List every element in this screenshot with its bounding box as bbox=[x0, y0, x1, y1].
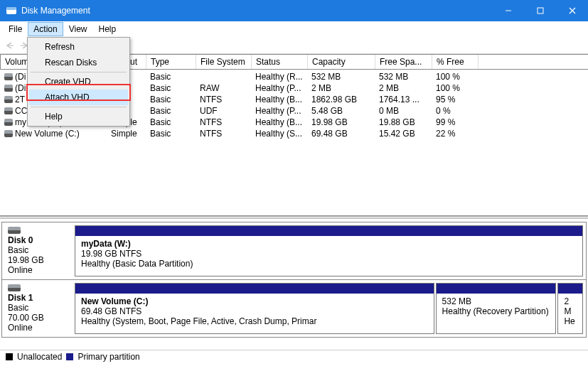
partition-name: myData (W:) bbox=[81, 239, 577, 249]
drive-icon bbox=[4, 96, 13, 103]
cell: 1764.13 ... bbox=[375, 94, 432, 105]
col-status[interactable]: Status bbox=[252, 55, 308, 69]
drive-icon bbox=[4, 85, 13, 92]
close-button[interactable] bbox=[556, 0, 588, 21]
cell: Healthy (B... bbox=[251, 94, 307, 105]
cell: 0 MB bbox=[375, 105, 432, 117]
partition[interactable]: 2 MHe bbox=[557, 283, 583, 334]
legend: Unallocated Primary partition bbox=[0, 350, 588, 362]
cell: 0 % bbox=[432, 105, 478, 117]
legend-unallocated-swatch bbox=[6, 353, 13, 360]
action-menu-attach-vhd[interactable]: Attach VHD bbox=[29, 90, 128, 105]
menu-bar: File Action View Help bbox=[0, 21, 588, 37]
partition-size: 2 M bbox=[564, 296, 577, 316]
partition-colorbar bbox=[437, 284, 556, 294]
cell: Basic bbox=[146, 128, 196, 139]
cell: 2 MB bbox=[307, 82, 375, 94]
partition[interactable]: 532 MBHealthy (Recovery Partition) bbox=[436, 283, 557, 334]
cell: 100 % bbox=[432, 82, 478, 94]
cell: Basic bbox=[146, 117, 196, 128]
disk-status: Online bbox=[8, 323, 33, 333]
menu-separator bbox=[31, 72, 127, 72]
cell bbox=[196, 71, 251, 82]
partition-colorbar bbox=[75, 226, 582, 236]
partition-colorbar bbox=[75, 284, 434, 294]
disk-type: Basic bbox=[8, 303, 28, 313]
menu-view[interactable]: View bbox=[63, 22, 93, 36]
cell: 15.42 GB bbox=[375, 128, 432, 139]
window-title: Disk Management bbox=[21, 6, 90, 16]
partition-name: New Volume (C:) bbox=[81, 296, 428, 306]
volume-row[interactable]: New Volume (C:)SimpleBasicNTFSHealthy (S… bbox=[0, 128, 588, 139]
nav-back-button[interactable] bbox=[3, 38, 17, 53]
cell: UDF bbox=[196, 105, 251, 117]
drive-icon bbox=[4, 130, 13, 137]
cell: 99 % bbox=[432, 117, 478, 128]
cell: Healthy (R... bbox=[251, 71, 307, 82]
action-menu-help[interactable]: Help bbox=[29, 109, 128, 124]
drive-icon bbox=[4, 73, 13, 80]
disk-header[interactable]: Disk 1Basic70.00 GBOnline bbox=[2, 280, 73, 337]
maximize-button[interactable] bbox=[524, 0, 556, 21]
cell: Healthy (P... bbox=[251, 82, 307, 94]
cell: Basic bbox=[146, 105, 196, 117]
cell: 532 MB bbox=[375, 71, 432, 82]
disk-icon bbox=[8, 227, 21, 234]
partition-info: 532 MBHealthy (Recovery Partition) bbox=[437, 294, 556, 319]
title-bar: Disk Management bbox=[0, 0, 588, 21]
col-capacity[interactable]: Capacity bbox=[308, 55, 375, 69]
cell: 22 % bbox=[432, 128, 478, 139]
cell: 100 % bbox=[432, 71, 478, 82]
cell: 95 % bbox=[432, 94, 478, 105]
partition[interactable]: myData (W:)19.98 GB NTFSHealthy (Basic D… bbox=[75, 225, 583, 276]
minimize-button[interactable] bbox=[492, 0, 524, 21]
cell: 5.48 GB bbox=[307, 105, 375, 117]
disk-header[interactable]: Disk 0Basic19.98 GBOnline bbox=[2, 222, 73, 279]
cell: 1862.98 GB bbox=[307, 94, 375, 105]
legend-primary-label: Primary partition bbox=[77, 352, 139, 362]
disk-size: 70.00 GB bbox=[8, 313, 44, 323]
cell: Basic bbox=[146, 94, 196, 105]
app-icon bbox=[6, 5, 17, 16]
col-type[interactable]: Type bbox=[146, 55, 196, 69]
col-filesystem[interactable]: File System bbox=[196, 55, 252, 69]
disk-icon bbox=[8, 284, 21, 291]
menu-help[interactable]: Help bbox=[93, 22, 122, 36]
cell: 532 MB bbox=[307, 71, 375, 82]
partition-status: He bbox=[564, 316, 577, 326]
window-controls bbox=[492, 0, 588, 21]
disk-partitions: myData (W:)19.98 GB NTFSHealthy (Basic D… bbox=[73, 222, 586, 279]
partition-status: Healthy (System, Boot, Page File, Active… bbox=[81, 316, 428, 326]
disk-row: Disk 0Basic19.98 GBOnlinemyData (W:)19.9… bbox=[1, 222, 587, 280]
drive-icon bbox=[4, 107, 13, 114]
disk-name: Disk 0 bbox=[8, 235, 33, 245]
cell: NTFS bbox=[196, 94, 251, 105]
cell: RAW bbox=[196, 82, 251, 94]
disk-row: Disk 1Basic70.00 GBOnlineNew Volume (C:)… bbox=[1, 279, 587, 338]
partition-info: 2 MHe bbox=[558, 294, 582, 329]
cell: Basic bbox=[146, 71, 196, 82]
cell: Healthy (S... bbox=[251, 128, 307, 139]
partition-info: myData (W:)19.98 GB NTFSHealthy (Basic D… bbox=[75, 236, 582, 272]
cell: 2 MB bbox=[375, 82, 432, 94]
legend-primary-swatch bbox=[66, 353, 73, 360]
action-menu-refresh[interactable]: Refresh bbox=[29, 39, 128, 55]
partition[interactable]: New Volume (C:)69.48 GB NTFSHealthy (Sys… bbox=[75, 283, 434, 334]
col-pctfree[interactable]: % Free bbox=[432, 55, 479, 69]
disk-partitions: New Volume (C:)69.48 GB NTFSHealthy (Sys… bbox=[73, 280, 586, 337]
col-freespace[interactable]: Free Spa... bbox=[375, 55, 432, 69]
partition-size: 532 MB bbox=[442, 296, 550, 306]
cell: NTFS bbox=[196, 117, 251, 128]
partition-status: Healthy (Recovery Partition) bbox=[442, 306, 550, 316]
partition-status: Healthy (Basic Data Partition) bbox=[81, 259, 577, 269]
disk-status: Online bbox=[8, 265, 33, 275]
legend-unallocated-label: Unallocated bbox=[17, 352, 62, 362]
menu-file[interactable]: File bbox=[3, 22, 28, 36]
svg-rect-1 bbox=[6, 7, 16, 10]
action-menu-rescan-disks[interactable]: Rescan Disks bbox=[29, 55, 128, 70]
disk-name: Disk 1 bbox=[8, 293, 33, 303]
cell: 19.88 GB bbox=[375, 117, 432, 128]
menu-action[interactable]: Action bbox=[28, 22, 63, 36]
partition-size: 69.48 GB NTFS bbox=[81, 306, 428, 316]
action-menu-create-vhd[interactable]: Create VHD bbox=[29, 74, 128, 90]
